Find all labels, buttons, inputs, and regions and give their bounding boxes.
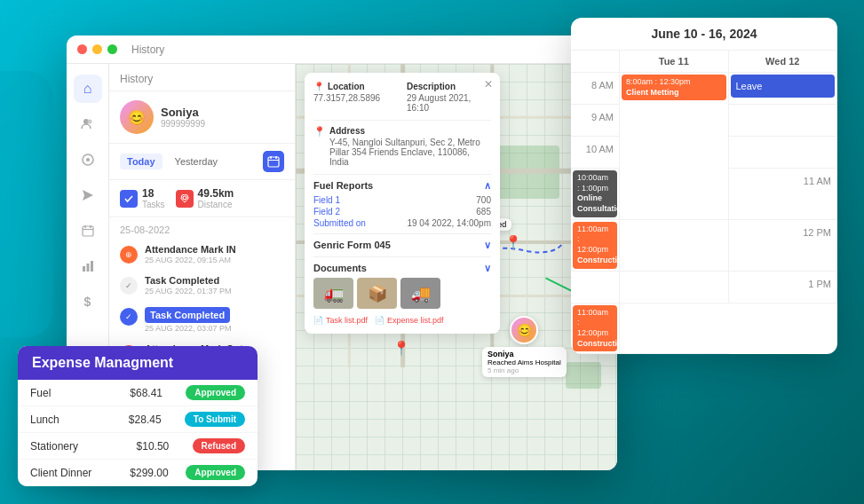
field2-name: Field 2 xyxy=(313,207,340,217)
cell-tue-11am: 11:00am : 12:00pm Construction xyxy=(571,220,620,272)
cell-tue-8am: 8:00am : 12:30pm Client Metting xyxy=(620,73,729,220)
status-badge-lunch: To Submit xyxy=(185,412,245,427)
svg-point-16 xyxy=(183,196,186,200)
field1-name: Field 1 xyxy=(313,195,340,205)
sidebar-item-users[interactable] xyxy=(74,110,102,138)
doc-image-3: 🚚 xyxy=(400,278,440,309)
popup-close-button[interactable]: ✕ xyxy=(484,78,493,91)
timeline-item-attendance-in: ⊕ Attendance Mark IN 25 AUG 2022, 09:15 … xyxy=(120,239,284,270)
window-dot-yellow[interactable] xyxy=(92,44,102,54)
distance-value: 49.5km xyxy=(198,187,234,200)
user-location-time: 5 min ago xyxy=(487,366,561,374)
svg-rect-10 xyxy=(86,264,89,272)
window-dot-red[interactable] xyxy=(77,44,87,54)
map-green-3 xyxy=(566,362,601,389)
cell-wed-11am xyxy=(620,220,729,272)
event-construction-1[interactable]: 11:00am : 12:00pm Construction xyxy=(573,222,617,269)
event-construction-2[interactable]: 11:00am : 12:00pm Construction xyxy=(573,305,617,352)
timeline-title-attendance-in: Attendance Mark IN xyxy=(145,244,284,255)
fuel-reports-toggle[interactable]: ∧ xyxy=(484,180,491,192)
file-task-list[interactable]: 📄 Task list.pdf xyxy=(313,316,368,325)
documents-toggle[interactable]: ∨ xyxy=(484,263,491,274)
sidebar-item-chart[interactable] xyxy=(74,252,102,280)
user-location-desc: Reached Aims Hospital xyxy=(487,358,561,366)
avatar: 😊 xyxy=(120,100,154,134)
timeline-date-attendance-in: 25 AUG 2022, 09:15 AM xyxy=(145,256,284,264)
time-1pm: 1 PM xyxy=(729,272,838,303)
field2-value: 685 xyxy=(476,207,491,217)
event-title-construction-2: Construction xyxy=(577,339,613,350)
distance-label: Distance xyxy=(198,200,234,209)
map-area: Task 1 Completed 📍 📍 📍 📍 😊 Soniya Reache… xyxy=(296,64,617,470)
distance-icon xyxy=(176,190,194,208)
cell-wed-8am: Leave xyxy=(729,73,838,105)
timeline-item-task1: ✓ Task Completed 25 AUG 2022, 01:37 PM xyxy=(120,270,284,301)
expense-name-stationery: Stationery xyxy=(30,440,130,453)
sidebar-item-map[interactable] xyxy=(74,146,102,174)
expense-amount-lunch: $28.45 xyxy=(129,413,178,426)
event-time-client: 8:00am : 12:30pm xyxy=(626,77,722,88)
stats-row: 18 Tasks 49.5km Distance xyxy=(109,180,295,217)
popup-location-label: 📍 Location xyxy=(313,82,398,91)
window-dot-green[interactable] xyxy=(107,44,117,54)
expense-panel: Expense Managment Fuel $68.41 Approved L… xyxy=(18,346,258,486)
map-popup: ✕ 📍 Location 77.3157,28.5896 Description… xyxy=(305,73,500,334)
sidebar-item-dollar[interactable]: $ xyxy=(74,287,102,316)
cell-tue-10am xyxy=(729,137,838,169)
status-badge-fuel: Approved xyxy=(186,385,245,400)
cell-wed-9am xyxy=(729,105,838,137)
doc-image-1: 🚛 xyxy=(313,278,353,309)
expense-row-lunch: Lunch $28.45 To Submit xyxy=(18,406,258,433)
sidebar-item-home[interactable]: ⌂ xyxy=(74,75,102,103)
doc-image-2: 📦 xyxy=(357,278,397,309)
field1-value: 700 xyxy=(476,195,491,205)
expense-row-fuel: Fuel $68.41 Approved xyxy=(18,380,258,406)
timeline-item-task2: ✓ Task Completed 25 AUG 2022, 03:07 PM xyxy=(120,301,284,338)
expense-name-lunch: Lunch xyxy=(30,413,122,426)
tasks-icon xyxy=(120,190,138,208)
cell-wed-12pm xyxy=(620,272,729,303)
map-pin-3: 📍 xyxy=(392,340,410,357)
submitted-on-value: 19 04 2022, 14:00pm xyxy=(407,218,491,228)
generic-form-toggle[interactable]: ∨ xyxy=(484,240,491,251)
timeline-date-task1: 25 AUG 2022, 01:37 PM xyxy=(145,287,284,295)
tab-yesterday[interactable]: Yesterday xyxy=(168,154,226,169)
expense-name-client-dinner: Client Dinner xyxy=(30,467,123,479)
date-label-1: 25-08-2022 xyxy=(109,217,295,239)
expense-row-stationery: Stationery $10.50 Refused xyxy=(18,433,258,460)
cell-wed-1pm xyxy=(620,303,729,355)
sidebar-item-send[interactable] xyxy=(74,181,102,209)
file-expense-list[interactable]: 📄 Expense list.pdf xyxy=(375,316,444,325)
svg-rect-5 xyxy=(83,226,93,236)
event-leave[interactable]: Leave xyxy=(731,75,836,98)
map-pin-2: 📍 xyxy=(504,234,522,251)
expense-amount-client-dinner: $299.00 xyxy=(130,467,178,479)
expense-name-fuel: Fuel xyxy=(30,387,123,399)
user-location-name: Soniya xyxy=(487,350,561,358)
timeline-title-task1: Task Completed xyxy=(145,275,284,286)
svg-point-1 xyxy=(87,120,91,124)
tasks-label: Tasks xyxy=(142,200,165,209)
documents-label: Documents xyxy=(313,263,367,274)
generic-form-label: Genric Form 045 xyxy=(313,240,391,251)
sidebar-item-calendar[interactable] xyxy=(74,217,102,245)
cell-tue-12pm xyxy=(571,272,620,303)
svg-rect-12 xyxy=(268,157,279,167)
event-client-meeting[interactable]: 8:00am : 12:30pm Client Metting xyxy=(622,75,726,100)
tab-today[interactable]: Today xyxy=(120,154,162,169)
calendar-date-icon[interactable] xyxy=(263,151,284,172)
svg-point-3 xyxy=(86,158,90,161)
calendar-widget: June 10 - 16, 2024 Tue 11 Wed 12 8 AM 8:… xyxy=(571,18,837,354)
popup-description-value: 29 August 2021, 16:10 xyxy=(407,93,491,113)
event-online-consultation[interactable]: 10:00am : 1:00pm Online Consultation xyxy=(573,170,617,217)
popup-address-label: Address xyxy=(329,126,491,136)
calendar-day-tue: Tue 11 xyxy=(620,51,729,72)
event-title-online: Online Consultation xyxy=(577,193,613,214)
expense-table: Fuel $68.41 Approved Lunch $28.45 To Sub… xyxy=(18,380,258,486)
task1-icon: ✓ xyxy=(120,277,138,295)
date-tabs: Today Yesterday xyxy=(109,144,295,180)
task2-icon: ✓ xyxy=(120,308,138,326)
cell-tue-1pm: 11:00am : 12:00pm Construction xyxy=(571,303,620,355)
event-time-construction-1: 11:00am : 12:00pm xyxy=(577,224,613,256)
time-10am: 10 AM xyxy=(571,137,620,169)
